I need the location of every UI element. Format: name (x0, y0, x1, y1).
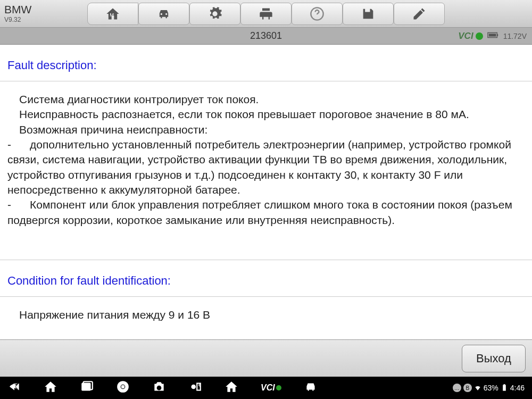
gear-icon (207, 6, 222, 21)
top-toolbar: ВMW V9.32 M (0, 0, 532, 28)
home-nav-button[interactable] (44, 380, 57, 396)
svg-point-9 (121, 385, 125, 389)
car-button[interactable] (304, 380, 318, 396)
vci-check-icon (476, 32, 483, 40)
back-icon (7, 380, 21, 394)
camera-button[interactable] (152, 380, 166, 396)
status-right: VCI 11.72V (458, 31, 532, 41)
svg-point-10 (191, 385, 196, 389)
status-bar: 213601 VCI 11.72V (0, 28, 532, 45)
home-nav-icon (44, 380, 57, 394)
fault-description-body: Система диагностики контролирует ток пок… (0, 81, 532, 260)
battery-pct: 63% (484, 384, 498, 392)
vehicle-button[interactable] (138, 3, 189, 25)
brightness-icon (188, 380, 202, 394)
footer-bar: Выход (0, 339, 532, 377)
vci-label: VCI (458, 31, 473, 41)
time-label: 4:46 (510, 384, 525, 392)
chrome-button[interactable] (116, 380, 130, 396)
svg-rect-4 (488, 34, 496, 37)
help-icon (310, 6, 325, 21)
back-button[interactable] (7, 380, 21, 396)
svg-rect-13 (503, 384, 505, 385)
svg-rect-3 (497, 34, 498, 36)
battery-nav-icon (501, 384, 508, 392)
fault-code: 213601 (250, 30, 282, 41)
app-title: ВMW (4, 4, 66, 15)
save-button[interactable] (343, 3, 394, 25)
pencil-icon (412, 6, 427, 21)
vehicle-icon (156, 6, 171, 21)
wifi-icon (474, 384, 481, 392)
help-button[interactable] (292, 3, 343, 25)
print-button[interactable] (240, 3, 292, 25)
fault-description-header: Fault description: (0, 45, 532, 81)
app-title-block: ВMW V9.32 (2, 4, 66, 23)
chrome-icon (116, 380, 130, 394)
printer-icon (259, 6, 273, 21)
android-status: … B 63% 4:46 (453, 384, 525, 392)
recent-icon (80, 380, 94, 394)
condition-header: Condition for fault identification: (0, 260, 532, 297)
fault-text-line: - дополнительно установленный потребител… (7, 137, 525, 197)
exit-button[interactable]: Выход (462, 345, 526, 372)
toolbar-buttons: M (87, 3, 445, 25)
camera-icon (152, 380, 166, 394)
fault-text-line: - Компонент или блок управления потребля… (7, 197, 525, 228)
battery-icon (487, 31, 499, 41)
main-content[interactable]: Fault description: Система диагностики к… (0, 45, 532, 339)
home-icon: M (105, 6, 120, 21)
fault-text-line: Система диагностики контролирует ток пок… (7, 92, 525, 107)
recent-button[interactable] (80, 380, 94, 396)
brightness-button[interactable] (188, 380, 202, 396)
svg-rect-11 (197, 384, 201, 390)
settings-button[interactable] (189, 3, 240, 25)
app-home-button[interactable] (225, 380, 238, 396)
voltage-label: 11.72V (503, 32, 527, 40)
app-home-icon (225, 380, 238, 394)
condition-body: Напряжение питания между 9 и 16 В (0, 297, 532, 339)
svg-rect-12 (503, 385, 506, 390)
edit-button[interactable] (394, 3, 445, 25)
notif-icon: … (453, 384, 461, 392)
android-nav-bar: VCI … B 63% 4:46 (0, 377, 532, 399)
svg-text:M: M (110, 12, 114, 17)
condition-text: Напряжение питания между 9 и 16 В (7, 307, 525, 322)
app-version: V9.32 (4, 16, 66, 23)
bt-icon: B (463, 384, 472, 392)
fault-text-line: Неисправность распознается, если ток пок… (7, 107, 525, 122)
save-icon (361, 6, 376, 21)
car-icon (304, 380, 318, 394)
fault-text-line: Возможная причина неисправности: (7, 122, 525, 137)
vci-nav-label[interactable]: VCI (261, 383, 281, 393)
home-button[interactable]: M (87, 3, 138, 25)
